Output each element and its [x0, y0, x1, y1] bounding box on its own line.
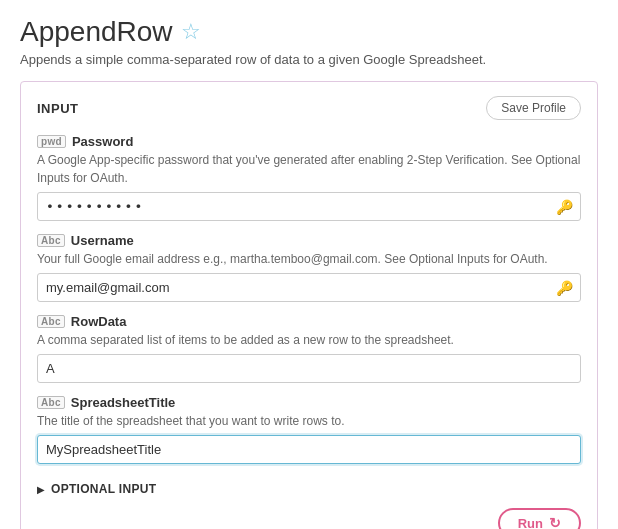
type-badge-username: Abc	[37, 234, 65, 247]
run-btn-row: Run ↻	[37, 508, 581, 529]
run-label: Run	[518, 516, 543, 530]
page-title: AppendRow	[20, 16, 173, 48]
field-label-row: pwdPassword	[37, 134, 581, 149]
field-input-rowdata[interactable]	[37, 354, 581, 383]
run-arrow-icon: ↻	[549, 515, 561, 529]
field-desc-username: Your full Google email address e.g., mar…	[37, 250, 581, 268]
optional-label: OPTIONAL INPUT	[51, 482, 156, 496]
field-input-spreadsheettitle[interactable]	[37, 435, 581, 464]
input-wrapper-password: 🔑	[37, 192, 581, 221]
triangle-icon: ▶	[37, 484, 45, 495]
type-badge-rowdata: Abc	[37, 315, 65, 328]
input-wrapper-rowdata	[37, 354, 581, 383]
type-badge-password: pwd	[37, 135, 66, 148]
type-badge-spreadsheettitle: Abc	[37, 396, 65, 409]
input-wrapper-username: 🔑	[37, 273, 581, 302]
star-icon[interactable]: ☆	[181, 19, 201, 45]
field-name-username: Username	[71, 233, 134, 248]
run-button[interactable]: Run ↻	[498, 508, 581, 529]
field-block-username: AbcUsernameYour full Google email addres…	[37, 233, 581, 302]
panel-title: INPUT	[37, 101, 79, 116]
page-header: AppendRow ☆ Appends a simple comma-separ…	[20, 16, 598, 67]
field-input-username[interactable]	[37, 273, 581, 302]
page-subtitle: Appends a simple comma-separated row of …	[20, 52, 598, 67]
field-input-password[interactable]	[37, 192, 581, 221]
field-desc-password: A Google App-specific password that you'…	[37, 151, 581, 187]
field-label-row: AbcSpreadsheetTitle	[37, 395, 581, 410]
field-block-password: pwdPasswordA Google App-specific passwor…	[37, 134, 581, 221]
optional-section[interactable]: ▶ OPTIONAL INPUT	[37, 476, 581, 498]
key-icon: 🔑	[556, 199, 573, 215]
field-block-rowdata: AbcRowDataA comma separated list of item…	[37, 314, 581, 383]
panel-header: INPUT Save Profile	[37, 96, 581, 120]
field-name-password: Password	[72, 134, 133, 149]
field-label-row: AbcUsername	[37, 233, 581, 248]
save-profile-button[interactable]: Save Profile	[486, 96, 581, 120]
input-wrapper-spreadsheettitle	[37, 435, 581, 464]
fields-container: pwdPasswordA Google App-specific passwor…	[37, 134, 581, 464]
field-desc-spreadsheettitle: The title of the spreadsheet that you wa…	[37, 412, 581, 430]
field-label-row: AbcRowData	[37, 314, 581, 329]
input-panel: INPUT Save Profile pwdPasswordA Google A…	[20, 81, 598, 529]
field-name-rowdata: RowData	[71, 314, 127, 329]
field-block-spreadsheettitle: AbcSpreadsheetTitleThe title of the spre…	[37, 395, 581, 464]
key-icon: 🔑	[556, 280, 573, 296]
field-name-spreadsheettitle: SpreadsheetTitle	[71, 395, 176, 410]
field-desc-rowdata: A comma separated list of items to be ad…	[37, 331, 581, 349]
